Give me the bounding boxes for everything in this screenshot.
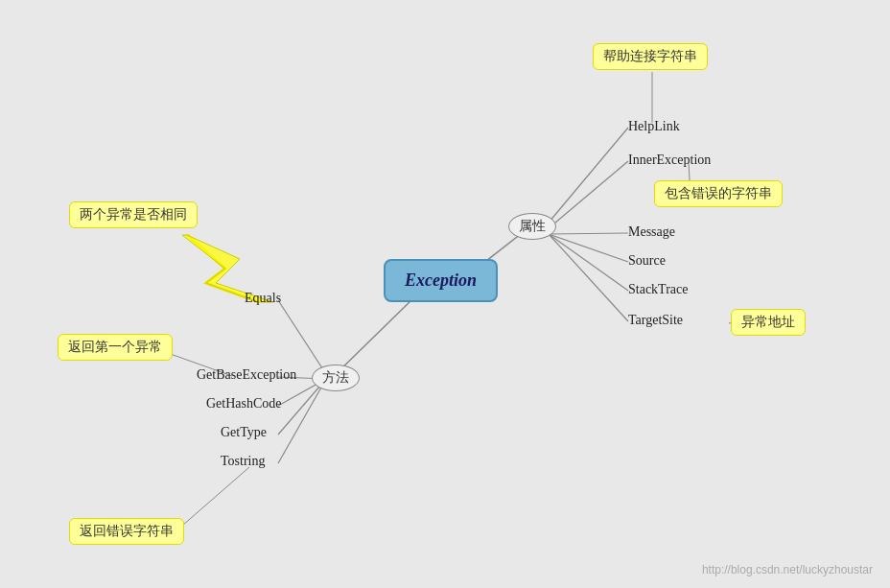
attr-item-stacktrace: StackTrace bbox=[628, 282, 688, 297]
tooltip-tostring: 返回错误字符串 bbox=[69, 518, 184, 545]
svg-line-3 bbox=[549, 161, 628, 228]
attr-item-targetsite: TargetSite bbox=[628, 313, 683, 328]
method-item-gettype: GetType bbox=[221, 425, 267, 440]
tooltip-innerexception: 包含错误的字符串 bbox=[654, 180, 783, 207]
center-node: Exception bbox=[384, 259, 498, 302]
mid-node-attr: 属性 bbox=[508, 213, 556, 240]
center-label: Exception bbox=[405, 270, 477, 290]
method-item-getbaseexception: GetBaseException bbox=[197, 367, 296, 383]
svg-line-8 bbox=[278, 300, 326, 374]
svg-line-5 bbox=[549, 234, 628, 262]
method-item-gethashcode: GetHashCode bbox=[206, 396, 282, 412]
tooltip-helplink: 帮助连接字符串 bbox=[593, 43, 708, 70]
svg-line-2 bbox=[549, 128, 628, 223]
svg-line-12 bbox=[278, 379, 326, 463]
svg-line-17 bbox=[182, 467, 249, 526]
attr-item-helplink: HelpLink bbox=[628, 119, 680, 134]
attr-item-message: Message bbox=[628, 224, 675, 240]
svg-line-4 bbox=[549, 233, 628, 234]
attr-label: 属性 bbox=[519, 219, 546, 233]
method-item-equals: Equals bbox=[245, 291, 281, 306]
svg-line-6 bbox=[549, 234, 628, 291]
watermark: http://blog.csdn.net/luckyzhoustar bbox=[702, 563, 873, 576]
attr-item-source: Source bbox=[628, 253, 666, 269]
method-label: 方法 bbox=[322, 370, 349, 385]
method-item-tostring: Tostring bbox=[221, 454, 265, 469]
tooltip-targetsite: 异常地址 bbox=[731, 309, 806, 336]
tooltip-getbaseexception: 返回第一个异常 bbox=[58, 334, 173, 361]
mid-node-method: 方法 bbox=[312, 365, 360, 391]
svg-line-7 bbox=[549, 234, 628, 321]
attr-item-innerexception: InnerException bbox=[628, 153, 711, 168]
tooltip-equals: 两个异常是否相同 bbox=[69, 201, 198, 228]
